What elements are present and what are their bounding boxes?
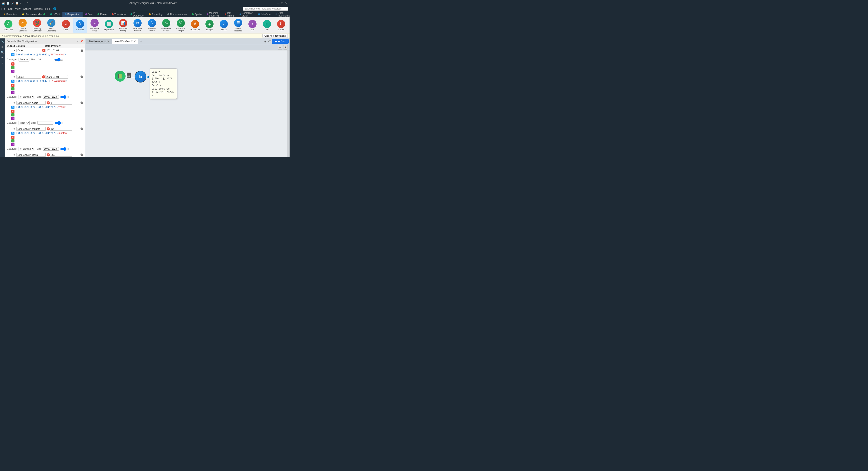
tool-autofield[interactable]: A Auto Field xyxy=(1,18,16,33)
menu-actions[interactable]: Actions xyxy=(23,7,31,10)
col-name-date2[interactable] xyxy=(16,75,41,79)
canvas-nav-forward[interactable]: ↺ xyxy=(268,39,271,43)
tool-unique[interactable]: U Unique xyxy=(274,18,288,33)
tab-indatabase[interactable]: In-Database xyxy=(128,12,146,17)
tab-parse[interactable]: Parse xyxy=(95,12,109,17)
data-type-select-date[interactable]: Date xyxy=(19,58,29,62)
clear-days-btn[interactable]: ✕ xyxy=(46,153,50,156)
zoom-out-btn[interactable]: − xyxy=(278,45,282,50)
data-type-select-months[interactable]: V_WString xyxy=(19,147,35,151)
canvas-scroll-v[interactable] xyxy=(287,51,289,157)
notification-options-btn[interactable]: Click here for options xyxy=(262,34,288,38)
tool-multifieldbin[interactable]: 📊 Multi-Field Binning xyxy=(116,18,130,33)
delete-date2-btn[interactable]: 🗑 xyxy=(80,75,83,79)
tab-transform[interactable]: Transform xyxy=(110,12,128,17)
maximize-btn[interactable]: □ xyxy=(281,1,283,5)
canvas-main[interactable]: 📗 488b fx Date = DateTimeParse ([Field1]… xyxy=(85,51,289,157)
config-pin-icon[interactable]: 📌 xyxy=(80,39,83,42)
size-input-date2[interactable] xyxy=(43,95,59,99)
size-slider-months[interactable] xyxy=(60,147,69,151)
tool-multifieldformula[interactable]: fx Multi-Field Formula xyxy=(131,18,145,33)
tool-oversample[interactable]: ⚖ Oversample Sample xyxy=(159,18,174,33)
node-input[interactable]: 📗 xyxy=(115,71,126,82)
clear-months-btn[interactable]: ✕ xyxy=(46,127,50,130)
expand-years[interactable]: ▼ xyxy=(13,102,16,104)
clear-date-btn[interactable]: ✕ xyxy=(42,49,45,52)
delete-years-btn[interactable]: 🗑 xyxy=(80,101,83,105)
size-slider-date2[interactable] xyxy=(60,95,69,99)
delete-months-btn[interactable]: 🗑 xyxy=(80,127,83,131)
expand-months[interactable]: ▼ xyxy=(13,128,16,130)
tab-preparation[interactable]: Preparation xyxy=(62,12,83,17)
tab-favorites[interactable]: ★ Favorites xyxy=(1,12,19,17)
drag-handle-days[interactable]: ⋮⋮ xyxy=(7,153,12,156)
sidebar-icon-tools[interactable]: 🔧 xyxy=(0,39,4,43)
col-name-diff-months[interactable] xyxy=(16,127,46,131)
size-input-date[interactable] xyxy=(37,58,53,61)
tool-sample[interactable]: ◈ Sample xyxy=(203,18,216,33)
tool-filter[interactable]: ▽ Filter xyxy=(59,18,73,33)
data-type-select-date2[interactable]: V_WString xyxy=(19,95,35,99)
tool-select[interactable]: ✓ Select xyxy=(217,18,231,33)
size-slider-years[interactable] xyxy=(55,121,64,125)
expand-date2[interactable]: ▼ xyxy=(13,76,16,78)
tool-currencyconverter[interactable]: 💱 Currency Converter xyxy=(30,18,44,33)
canvas-tab-starthere-close[interactable]: ✕ xyxy=(107,40,110,43)
size-slider-date[interactable] xyxy=(54,58,63,62)
tool-generaterows[interactable]: ≡ Generate Rows xyxy=(88,18,101,33)
tool-imputation[interactable]: ⬜ Imputation xyxy=(102,18,116,33)
tab-datainvestigation[interactable]: Data Investigation xyxy=(273,12,289,17)
expand-days[interactable]: ▼ xyxy=(13,154,16,156)
tool-selectrecords[interactable]: ☰ Select Records xyxy=(231,18,245,33)
drag-handle-years[interactable]: ⋮⋮ xyxy=(7,101,12,104)
col-name-date[interactable] xyxy=(16,49,41,52)
tab-interface[interactable]: Interface xyxy=(256,12,273,17)
canvas-tab-starthere[interactable]: Start Here.yxmd ✕ xyxy=(86,39,112,44)
tool-formula[interactable]: fx Formula xyxy=(73,18,87,33)
sidebar-icon-layout[interactable]: ⊞ xyxy=(0,45,4,49)
run-btn[interactable]: ▶ ▶ Run xyxy=(272,39,289,44)
tool-recordid[interactable]: # Record ID xyxy=(188,18,202,33)
clear-years-btn[interactable]: ✕ xyxy=(46,101,50,104)
tab-computervision[interactable]: Computer Vision xyxy=(237,12,255,17)
drag-handle-date[interactable]: ⋮⋮ xyxy=(7,49,12,52)
canvas-tab-newworkflow-close[interactable]: ✕ xyxy=(134,40,136,43)
sidebar-icon-star[interactable]: ★ xyxy=(0,56,4,60)
col-name-diff-years[interactable] xyxy=(16,101,46,105)
tool-sort[interactable]: ↕ Sort xyxy=(246,18,260,33)
canvas-nav-back[interactable]: ≪ xyxy=(264,39,267,43)
tool-multirowformula[interactable]: fx Multi-Row Formula xyxy=(145,18,159,33)
tab-machinelearning[interactable]: Machine Learning xyxy=(205,12,222,17)
delete-days-btn[interactable]: 🗑 xyxy=(80,153,83,157)
tab-documentation[interactable]: Documentation xyxy=(165,12,189,17)
zoom-in-btn[interactable]: + xyxy=(283,45,288,50)
tab-recommended[interactable]: ⭐ Recommended xyxy=(19,12,48,17)
node-formula[interactable]: fx xyxy=(134,71,146,83)
sidebar-icon-question[interactable]: ? xyxy=(0,61,4,65)
config-check-icon[interactable]: ✓ xyxy=(76,39,79,43)
data-type-select-years[interactable]: Float xyxy=(19,121,30,125)
tab-inout[interactable]: In/Out xyxy=(48,12,62,17)
canvas-tab-newworkflow[interactable]: New Workflow2* ✕ xyxy=(112,39,138,44)
drag-handle-date2[interactable]: ⋮⋮ xyxy=(7,75,12,78)
menu-edit[interactable]: Edit xyxy=(8,7,12,10)
tool-tile[interactable]: ⊞ Tile xyxy=(260,18,274,33)
menu-view[interactable]: View xyxy=(15,7,21,10)
tab-spatial[interactable]: Spatial xyxy=(190,12,205,17)
tab-textmining[interactable]: Text Mining xyxy=(222,12,237,17)
clear-date2-btn[interactable]: ✕ xyxy=(42,75,45,78)
tab-join[interactable]: Join xyxy=(83,12,95,17)
size-input-months[interactable] xyxy=(43,147,59,151)
menu-options[interactable]: Options xyxy=(34,7,42,10)
tool-randomsample[interactable]: % Random % Sample xyxy=(174,18,188,33)
size-input-years[interactable] xyxy=(37,121,53,125)
col-name-diff-days[interactable] xyxy=(16,153,46,157)
close-btn[interactable]: ✕ xyxy=(285,1,288,5)
canvas-tab-add[interactable]: + xyxy=(139,39,143,44)
sidebar-icon-search[interactable]: 🔍 xyxy=(0,50,4,54)
toolbar-search[interactable] xyxy=(243,7,288,11)
minimize-btn[interactable]: ─ xyxy=(277,1,280,5)
menu-help[interactable]: Help xyxy=(45,7,51,10)
tab-reporting[interactable]: Reporting xyxy=(147,12,165,17)
expand-date[interactable]: ▼ xyxy=(13,49,16,52)
